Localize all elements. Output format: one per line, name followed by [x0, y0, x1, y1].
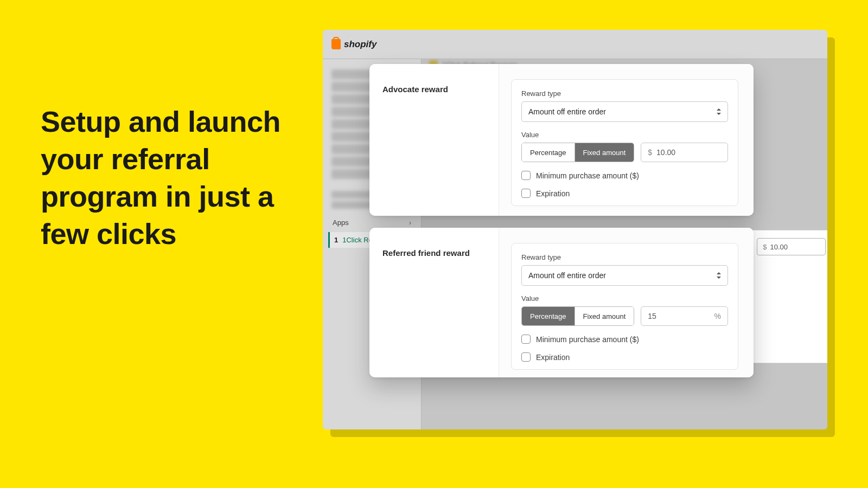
- min-purchase-label: Minimum purchase amount ($): [536, 171, 639, 180]
- sidebar-item-index: 1: [334, 236, 338, 244]
- value-input[interactable]: $ 10.00: [641, 143, 728, 162]
- min-purchase-row[interactable]: Minimum purchase amount ($): [521, 171, 728, 180]
- min-purchase-label: Minimum purchase amount ($): [536, 335, 639, 344]
- toggle-percentage[interactable]: Percentage: [522, 143, 575, 162]
- value-text: 10.00: [656, 148, 675, 157]
- expiration-label: Expiration: [536, 189, 570, 198]
- expiration-row[interactable]: Expiration: [521, 189, 728, 198]
- checkbox-icon[interactable]: [521, 352, 531, 362]
- currency-prefix: $: [763, 243, 767, 251]
- currency-prefix: $: [648, 148, 652, 157]
- reward-type-value: Amount off entire order: [528, 271, 606, 280]
- checkbox-icon[interactable]: [521, 335, 531, 344]
- toggle-percentage[interactable]: Percentage: [522, 307, 575, 325]
- chevron-right-icon: ›: [409, 219, 411, 227]
- toggle-fixed-amount[interactable]: Fixed amount: [575, 143, 634, 162]
- settings-panel: Reward type Amount off entire order Valu…: [511, 243, 738, 370]
- card-main: Reward type Amount off entire order Valu…: [499, 228, 754, 377]
- value-label: Value: [521, 131, 728, 139]
- value-label: Value: [521, 294, 728, 303]
- value-type-toggle[interactable]: Percentage Fixed amount: [521, 143, 634, 162]
- referred-friend-reward-card: Referred friend reward Reward type Amoun…: [369, 228, 754, 377]
- value-text: 15: [648, 312, 656, 320]
- expiration-row[interactable]: Expiration: [521, 352, 728, 362]
- toggle-fixed-amount[interactable]: Fixed amount: [575, 307, 634, 325]
- value-text: 10.00: [770, 243, 788, 251]
- checkbox-icon[interactable]: [521, 189, 531, 198]
- sidebar-apps-label: Apps: [333, 219, 349, 227]
- card-main: Reward type Amount off entire order Valu…: [499, 64, 754, 216]
- checkbox-icon[interactable]: [521, 171, 531, 180]
- app-header: shopify: [323, 30, 827, 59]
- reward-type-select[interactable]: Amount off entire order: [521, 265, 728, 286]
- value-input[interactable]: 15 %: [641, 306, 728, 326]
- reward-type-select[interactable]: Amount off entire order: [521, 101, 728, 122]
- shopping-bag-icon: [331, 39, 341, 49]
- brand-name: shopify: [344, 39, 376, 50]
- card-side: Advocate reward: [369, 64, 499, 216]
- advocate-reward-card: Advocate reward Reward type Amount off e…: [369, 64, 754, 216]
- percent-suffix: %: [714, 312, 721, 320]
- value-type-toggle[interactable]: Percentage Fixed amount: [521, 306, 634, 326]
- reward-type-label: Reward type: [521, 253, 728, 261]
- value-input[interactable]: $ 10.00: [757, 238, 826, 255]
- reward-type-label: Reward type: [521, 89, 728, 98]
- expiration-label: Expiration: [536, 353, 570, 362]
- section-title: Advocate reward: [382, 85, 486, 94]
- reward-type-value: Amount off entire order: [528, 107, 606, 116]
- shopify-logo: shopify: [331, 39, 376, 50]
- settings-panel: Reward type Amount off entire order Valu…: [511, 79, 738, 206]
- card-side: Referred friend reward: [369, 228, 499, 377]
- min-purchase-row[interactable]: Minimum purchase amount ($): [521, 335, 728, 344]
- marketing-headline: Setup and launch your referral program i…: [41, 103, 296, 253]
- section-title: Referred friend reward: [382, 248, 486, 258]
